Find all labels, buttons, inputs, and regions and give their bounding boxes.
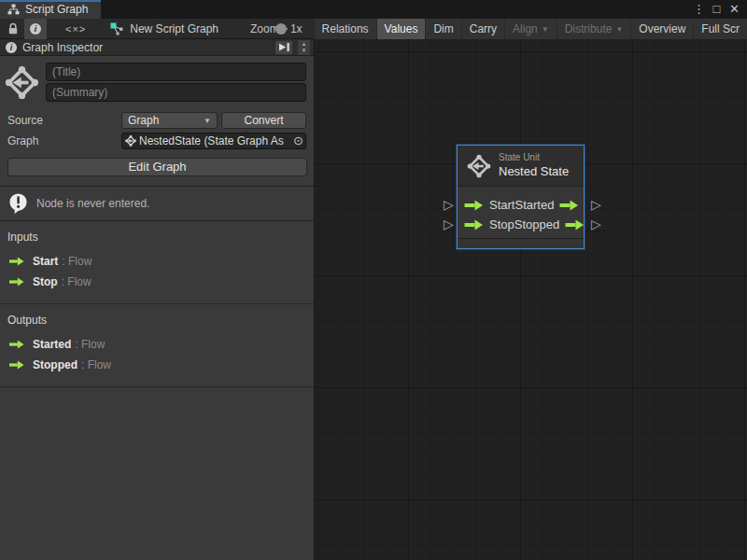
- graph-row: Graph NestedState (State Graph As ⊙: [7, 132, 306, 150]
- state-unit-icon: [467, 154, 491, 178]
- outputs-section: Outputs Started : Flow Stopped : Flow: [0, 304, 314, 387]
- tab-label: Script Graph: [25, 3, 88, 16]
- chevron-down-icon: ▼: [204, 117, 211, 125]
- flow-arrow-icon: [464, 219, 484, 231]
- graph-inspector-panel: i Graph Inspector ▲ ▼: [0, 39, 315, 560]
- inputs-heading: Inputs: [0, 229, 314, 251]
- inspector-toggle-button[interactable]: i: [24, 19, 47, 39]
- list-item: Stopped : Flow: [0, 355, 314, 375]
- values-button[interactable]: Values: [377, 19, 426, 39]
- title-input[interactable]: [46, 63, 306, 81]
- flow-arrow-icon: [559, 200, 579, 211]
- dock-icon: [278, 42, 290, 52]
- zoom-value: 1x: [290, 22, 303, 35]
- carry-button[interactable]: Carry: [462, 19, 504, 39]
- node-port-row: Stop Stopped: [458, 215, 584, 234]
- input-port-start[interactable]: Start: [464, 198, 514, 212]
- output-port-stopped[interactable]: Stopped: [514, 217, 585, 231]
- new-script-graph-button[interactable]: New Script Graph: [103, 22, 226, 35]
- lock-icon: [7, 22, 19, 35]
- node-port-row: Start Started: [458, 195, 584, 215]
- node-footer: [458, 238, 584, 248]
- edit-graph-button[interactable]: Edit Graph: [7, 158, 307, 176]
- graph-inspector-header: i Graph Inspector ▲ ▼: [0, 39, 314, 56]
- spinner-up-icon[interactable]: ▲: [302, 41, 307, 48]
- node-kind-label: State Unit: [499, 152, 569, 164]
- input-connection-triangle[interactable]: ▷: [444, 217, 454, 231]
- graph-title-block: [0, 56, 314, 109]
- object-picker-icon[interactable]: ⊙: [293, 133, 303, 148]
- new-graph-label: New Script Graph: [130, 22, 218, 35]
- outputs-heading: Outputs: [0, 312, 314, 334]
- window-controls: ⋮ □ ✕: [692, 0, 747, 19]
- tab-script-graph[interactable]: Script Graph: [0, 0, 101, 19]
- state-unit-icon: [5, 65, 39, 100]
- inputs-section: Inputs Start : Flow Stop : Flow: [0, 221, 314, 304]
- output-connection-triangle[interactable]: ▷: [591, 198, 601, 211]
- zoom-slider-handle[interactable]: [275, 23, 287, 35]
- warning-bubble-icon: [7, 192, 29, 215]
- input-port-stop[interactable]: Stop: [464, 217, 514, 231]
- relations-button[interactable]: Relations: [315, 19, 376, 39]
- node-ports: Start Started Stop Stopped: [458, 187, 584, 234]
- graph-object-field[interactable]: NestedState (State Graph As ⊙: [121, 133, 306, 149]
- source-dropdown[interactable]: Graph ▼: [121, 112, 218, 129]
- output-connection-triangle[interactable]: ▷: [591, 217, 601, 231]
- info-icon: i: [6, 42, 17, 53]
- summary-input[interactable]: [46, 83, 306, 102]
- output-port-started[interactable]: Started: [514, 198, 579, 212]
- code-icon: <×>: [65, 23, 86, 35]
- panel-scroll-spinner[interactable]: ▲ ▼: [298, 40, 310, 55]
- fullscreen-button[interactable]: Full Scr: [694, 19, 747, 39]
- new-graph-icon: [110, 22, 124, 35]
- dim-button[interactable]: Dim: [426, 19, 460, 39]
- script-graph-tab-icon: [7, 4, 20, 15]
- list-item: Stop : Flow: [0, 272, 314, 292]
- nested-state-node[interactable]: State Unit Nested State Start Started: [457, 145, 585, 249]
- overview-button[interactable]: Overview: [631, 19, 693, 39]
- distribute-dropdown[interactable]: Distribute▼: [557, 19, 631, 39]
- info-icon: i: [30, 23, 41, 35]
- node-header[interactable]: State Unit Nested State: [458, 146, 584, 187]
- flow-arrow-icon: [9, 340, 24, 349]
- warning-banner: Node is never entered.: [0, 186, 314, 221]
- graph-canvas[interactable]: ▷ ▷ ▷ ▷ State Unit Nested State: [315, 39, 747, 560]
- unity-script-graph-window: Script Graph ⋮ □ ✕ i <×>: [0, 0, 747, 560]
- tab-bar: Script Graph ⋮ □ ✕: [0, 0, 747, 19]
- menu-icon[interactable]: ⋮: [692, 1, 706, 18]
- warning-text: Node is never entered.: [36, 197, 149, 210]
- graph-toolbar: i <×> New Script Graph Zoom 1x Relations…: [0, 19, 747, 39]
- list-item: Start : Flow: [0, 251, 314, 272]
- align-dropdown[interactable]: Align▼: [505, 19, 557, 39]
- flow-arrow-icon: [9, 277, 24, 287]
- node-title-label: Nested State: [499, 164, 569, 179]
- code-view-button[interactable]: <×>: [60, 19, 92, 39]
- source-row: Source Graph ▼ Convert: [7, 111, 306, 130]
- lock-button[interactable]: [2, 19, 24, 39]
- graph-object-value: NestedState (State Graph As: [139, 134, 290, 147]
- source-label: Source: [7, 114, 121, 127]
- state-graph-asset-icon: [125, 135, 136, 147]
- dock-panel-button[interactable]: [275, 41, 292, 54]
- flow-arrow-icon: [565, 219, 585, 231]
- list-item: Started : Flow: [0, 334, 314, 355]
- toolbar-toggle-group: Relations Values Dim Carry Align▼ Distri…: [314, 19, 747, 39]
- chevron-down-icon: ▼: [615, 25, 623, 34]
- graph-field-label: Graph: [7, 134, 121, 147]
- graph-inspector-title: Graph Inspector: [22, 41, 103, 54]
- chevron-down-icon: ▼: [542, 25, 549, 34]
- convert-button[interactable]: Convert: [221, 112, 306, 129]
- close-icon[interactable]: ✕: [727, 1, 741, 18]
- input-connection-triangle[interactable]: ▷: [444, 198, 454, 211]
- flow-arrow-icon: [464, 200, 484, 211]
- spinner-down-icon[interactable]: ▼: [302, 48, 307, 54]
- flow-arrow-icon: [9, 257, 24, 266]
- flow-arrow-icon: [9, 360, 24, 370]
- maximize-icon[interactable]: □: [710, 1, 724, 18]
